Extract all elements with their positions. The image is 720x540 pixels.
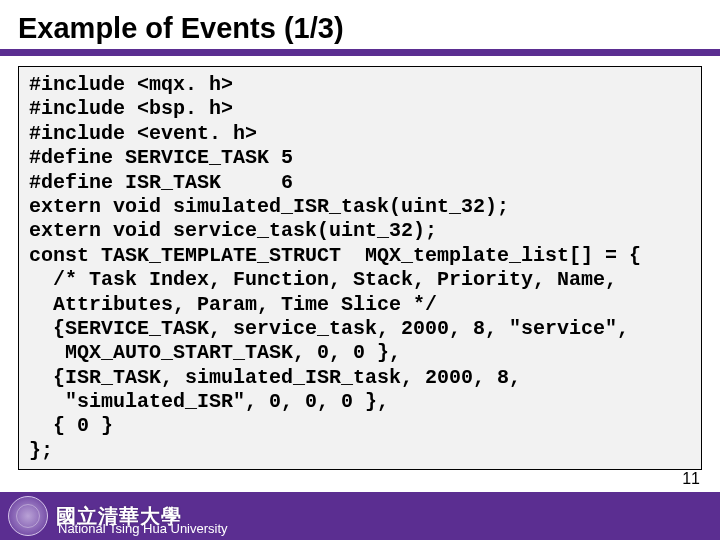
title-underline (0, 49, 720, 56)
page-number: 11 (682, 470, 700, 488)
university-seal-icon (8, 496, 48, 536)
code-block: #include <mqx. h> #include <bsp. h> #inc… (18, 66, 702, 470)
university-name-en: National Tsing Hua University (58, 521, 228, 536)
slide: Example of Events (1/3) #include <mqx. h… (0, 0, 720, 540)
slide-title: Example of Events (1/3) (0, 0, 720, 49)
footer-bar: 國立清華大學 National Tsing Hua University (0, 492, 720, 540)
